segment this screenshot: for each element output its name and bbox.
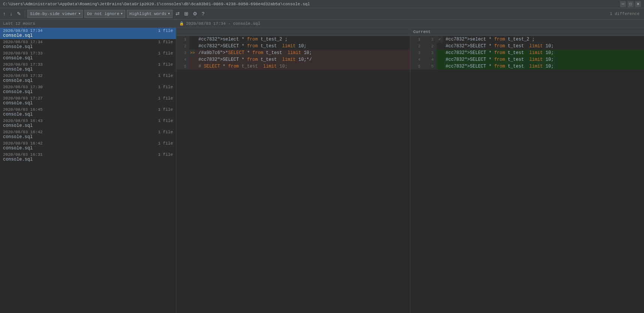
ignore-label: Do not ignore: [87, 12, 119, 16]
file-count: 1 file: [158, 107, 173, 112]
history-filename: console.sql: [3, 89, 173, 95]
history-filename: console.sql: [3, 67, 173, 72]
code: #cc7832">SELECT * from t_test limit 10;: [443, 63, 644, 70]
history-date: 2020/08/03 17:30: [3, 85, 173, 89]
history-date: 2020/08/03 17:27: [3, 96, 173, 101]
code: #cc7832">select * from t_test_2 ;: [195, 36, 410, 43]
history-filename: console.sql: [3, 157, 173, 162]
history-item[interactable]: 1 file 2020/08/03 16:42 console.sql: [0, 129, 176, 140]
diff-line: 1 #cc7832">select * from t_test_2 ;: [176, 36, 410, 43]
history-item[interactable]: 1 file 2020/08/03 16:43 console.sql: [0, 118, 176, 129]
columns-button[interactable]: ⊞: [183, 10, 190, 17]
file-count: 1 file: [158, 40, 173, 44]
file-count: 1 file: [158, 85, 173, 89]
history-filename: console.sql: [3, 123, 173, 128]
viewer-label: Side-by-side viewer: [30, 12, 77, 16]
history-date: 2020/08/03 16:42: [3, 141, 173, 146]
history-date: 2020/08/03 16:45: [3, 107, 173, 112]
prev-diff-button[interactable]: ↑: [2, 10, 7, 17]
left-diff-content[interactable]: 1 #cc7832">select * from t_test_2 ; 2 #c…: [176, 36, 410, 313]
right-diff-content[interactable]: 1 1 ✓ #cc7832">select * from t_test_2 ; …: [410, 36, 644, 313]
minimize-button[interactable]: ─: [620, 1, 626, 7]
ignore-arrow: ▼: [121, 12, 123, 15]
diff-panel: 🔒 2020/08/03 17:34 - console.sql 1 #cc78…: [176, 20, 644, 313]
history-date: 2020/08/03 16:31: [3, 152, 173, 157]
history-date: 2020/08/03 17:32: [3, 74, 173, 78]
history-item[interactable]: 1 file 2020/08/03 17:34 console.sql: [0, 28, 176, 39]
line-num-left: 5: [410, 63, 423, 70]
close-button[interactable]: ✕: [635, 1, 641, 7]
diff-line: 4 #cc7832">SELECT * from t_test limit 10…: [176, 56, 410, 63]
title-bar: C:\Users\Administrator\AppData\Roaming\J…: [0, 0, 644, 8]
history-filename: console.sql: [3, 101, 173, 106]
history-list[interactable]: 1 file 2020/08/03 17:34 console.sql 1 fi…: [0, 28, 176, 313]
history-item[interactable]: 1 file 2020/08/03 17:32 console.sql: [0, 73, 176, 84]
code: #cc7832">SELECT * from t_test limit 10;: [443, 43, 644, 50]
title-path: C:\Users\Administrator\AppData\Roaming\J…: [3, 2, 310, 6]
diff-header: 🔒 2020/08/03 17:34 - console.sql: [176, 20, 644, 28]
diff-line: 3 >> /#a9b7c6">*SELECT * from t_test lim…: [176, 50, 410, 56]
left-diff-panel: 1 #cc7832">select * from t_test_2 ; 2 #c…: [176, 28, 410, 313]
code: #cc7832">select * from t_test_2 ;: [443, 36, 644, 43]
line-num-left: 1: [410, 36, 423, 43]
diff-line: 1 1 ✓ #cc7832">select * from t_test_2 ;: [410, 36, 644, 43]
history-item[interactable]: 1 file 2020/08/03 17:30 console.sql: [0, 84, 176, 95]
history-header: Last 12 Hours: [0, 20, 176, 28]
diff-line: 4 4 #cc7832">SELECT * from t_test limit …: [410, 56, 644, 63]
file-count: 1 file: [158, 130, 173, 134]
line-num-right: 1: [423, 36, 437, 43]
history-filename: console.sql: [3, 44, 173, 50]
viewer-dropdown[interactable]: Side-by-side viewer ▼: [27, 10, 83, 18]
history-item[interactable]: 1 file 2020/08/03 17:27 console.sql: [0, 95, 176, 107]
gutter: ✓: [437, 36, 443, 43]
file-count: 1 file: [158, 141, 173, 146]
highlight-dropdown[interactable]: Highlight words ▼: [127, 10, 173, 18]
file-count: 1 file: [158, 96, 173, 101]
ignore-dropdown[interactable]: Do not ignore ▼: [84, 10, 125, 18]
code: #cc7832">SELECT * from t_test limit 10;: [195, 43, 410, 50]
code: /#a9b7c6">*SELECT * from t_test limit 10…: [195, 50, 410, 56]
line-num-left: 3: [410, 50, 423, 56]
toolbar-sep-1: [25, 11, 25, 17]
highlight-arrow: ▼: [168, 12, 170, 15]
swap-button[interactable]: ⇄: [174, 10, 181, 17]
right-diff-header: Current: [410, 28, 644, 36]
file-count: 1 file: [158, 152, 173, 157]
viewer-arrow: ▼: [78, 12, 80, 15]
history-item[interactable]: 1 file 2020/08/03 17:33 console.sql: [0, 62, 176, 73]
file-count: 1 file: [158, 51, 173, 56]
history-item[interactable]: 1 file 2020/08/03 16:45 console.sql: [0, 107, 176, 118]
code: #cc7832">SELECT * from t_test limit 10;: [443, 56, 644, 63]
history-item[interactable]: 1 file 2020/08/03 17:33 console.sql: [0, 50, 176, 62]
line-num: 5: [176, 63, 189, 70]
history-date: 2020/08/03 17:34: [3, 29, 173, 33]
line-num-left: 2: [410, 43, 423, 50]
code: # SELECT * from t_test limit 10;: [195, 63, 410, 70]
diff-line: 2 2 #cc7832">SELECT * from t_test limit …: [410, 43, 644, 50]
history-item[interactable]: 1 file 2020/08/03 16:42 console.sql: [0, 140, 176, 152]
help-button[interactable]: ?: [200, 10, 206, 17]
line-num-left: 4: [410, 56, 423, 63]
history-date: 2020/08/03 17:34: [3, 40, 173, 44]
file-count: 1 file: [158, 62, 173, 67]
settings-button[interactable]: ⚙: [191, 10, 199, 17]
maximize-button[interactable]: □: [627, 1, 633, 7]
line-num-right: 3: [423, 50, 437, 56]
file-count: 1 file: [158, 119, 173, 123]
history-filename: console.sql: [3, 112, 173, 117]
left-diff-header: [176, 28, 410, 36]
diff-count: 1 difference: [610, 12, 642, 16]
next-diff-button[interactable]: ↓: [9, 10, 14, 17]
history-item[interactable]: 1 file 2020/08/03 17:34 console.sql: [0, 39, 176, 50]
history-item[interactable]: 1 file 2020/08/03 16:31 console.sql: [0, 152, 176, 163]
line-num-right: 4: [423, 56, 437, 63]
code: #cc7832">SELECT * from t_test limit 10;: [443, 50, 644, 56]
edit-button[interactable]: ✎: [15, 10, 23, 17]
history-date: 2020/08/03 17:33: [3, 51, 173, 56]
right-diff-panel: Current 1 1 ✓ #cc7832">select * from t_t…: [410, 28, 644, 313]
history-date: 2020/08/03 16:42: [3, 130, 173, 134]
history-date: 2020/08/03 16:43: [3, 119, 173, 123]
history-filename: console.sql: [3, 146, 173, 151]
history-header-label: Last 12 Hours: [3, 21, 35, 26]
history-filename: console.sql: [3, 33, 173, 38]
